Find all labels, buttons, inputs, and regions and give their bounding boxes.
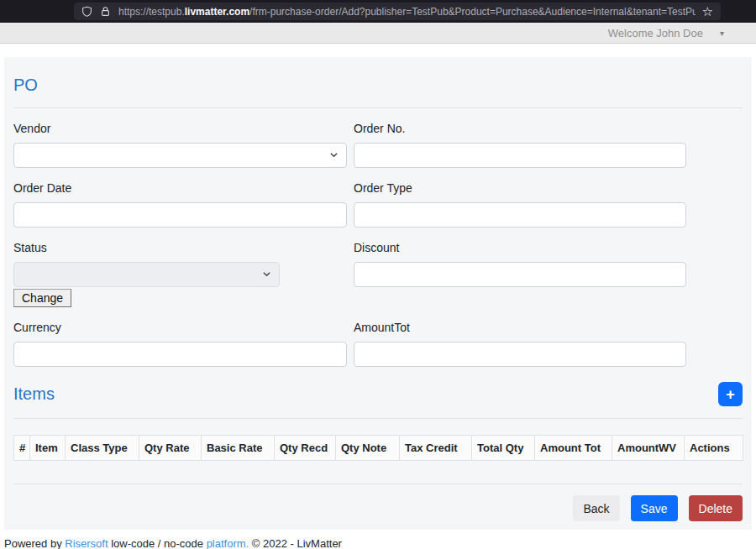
currency-input[interactable]: [13, 342, 347, 367]
back-button[interactable]: Back: [573, 495, 619, 521]
amount-tot-label: AmountTot: [354, 321, 686, 334]
page-footer: Powered by Risersoft low-code / no-code …: [4, 537, 752, 549]
url-text: https://testpub.livmatter.com/frm-purcha…: [118, 6, 696, 18]
welcome-bar: Welcome John Doe ▾: [0, 23, 756, 44]
status-label: Status: [13, 241, 347, 254]
url-domain: livmatter.com: [185, 6, 249, 18]
column-header-basic-rate: Basic Rate: [202, 436, 275, 461]
discount-label: Discount: [354, 241, 686, 254]
platform-link[interactable]: platform.: [207, 537, 249, 549]
actions-divider: [13, 484, 743, 484]
column-header-tax-credit: Tax Credit: [400, 436, 472, 461]
copyright-text: © 2022 - LivMatter: [249, 537, 342, 549]
powered-by-text: Powered by: [4, 537, 65, 549]
column-header-qty-note: Qty Note: [336, 436, 400, 461]
column-header-qty-recd: Qty Recd: [275, 436, 336, 461]
vendor-select-wrap: [13, 143, 347, 168]
discount-input[interactable]: [354, 262, 686, 287]
change-status-button[interactable]: Change: [13, 289, 71, 307]
save-button[interactable]: Save: [631, 495, 678, 521]
items-table: # Item Class Type Qty Rate Basic Rate Qt…: [13, 435, 743, 461]
address-bar[interactable]: https://testpub.livmatter.com/frm-purcha…: [74, 3, 721, 20]
page-title: PO: [13, 57, 743, 95]
amount-tot-input[interactable]: [354, 342, 686, 367]
title-divider: [13, 107, 743, 108]
vendor-label: Vendor: [13, 122, 347, 135]
chevron-down-icon[interactable]: ▾: [720, 29, 724, 38]
lock-icon[interactable]: [100, 6, 111, 17]
column-header-amountwv: AmountWV: [612, 436, 685, 461]
currency-label: Currency: [13, 321, 347, 334]
column-header-amount-tot: Amount Tot: [535, 436, 612, 461]
column-header-qty-rate: Qty Rate: [139, 436, 202, 461]
add-item-button[interactable]: +: [718, 382, 743, 406]
column-header-class-type: Class Type: [66, 436, 139, 461]
column-header-index: #: [14, 436, 30, 461]
items-section-title: Items: [13, 384, 55, 404]
column-header-total-qty: Total Qty: [472, 436, 535, 461]
order-date-input[interactable]: [13, 202, 347, 227]
order-no-input[interactable]: [354, 143, 686, 168]
order-date-label: Order Date: [13, 181, 347, 195]
order-type-input[interactable]: [354, 202, 686, 227]
form-actions: Back Save Delete: [13, 495, 743, 521]
risersoft-link[interactable]: Risersoft: [65, 537, 108, 549]
browser-toolbar: https://testpub.livmatter.com/frm-purcha…: [0, 0, 756, 23]
column-header-item: Item: [30, 436, 66, 461]
status-select-wrap: [13, 262, 280, 287]
status-select[interactable]: [13, 262, 280, 287]
order-no-label: Order No.: [354, 122, 686, 135]
welcome-user-dropdown[interactable]: Welcome John Doe: [608, 27, 703, 39]
bookmark-star-icon[interactable]: ☆: [702, 5, 713, 18]
po-form-card: PO Vendor Order No. Order Date Order Typ…: [4, 57, 752, 530]
shield-icon[interactable]: [81, 6, 92, 17]
column-header-actions: Actions: [685, 436, 743, 461]
vendor-select[interactable]: [13, 143, 347, 168]
order-type-label: Order Type: [354, 181, 686, 195]
delete-button[interactable]: Delete: [689, 495, 743, 521]
items-table-header-row: # Item Class Type Qty Rate Basic Rate Qt…: [14, 436, 743, 461]
footer-middle-text: low-code / no-code: [108, 537, 207, 549]
items-divider: [13, 418, 743, 419]
